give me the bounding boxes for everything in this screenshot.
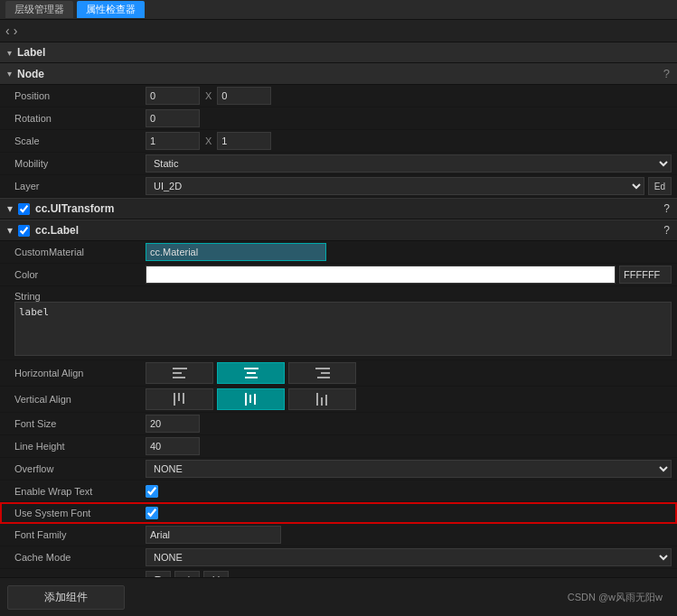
fontsize-value	[140, 415, 677, 433]
scale-row: Scale X	[0, 130, 677, 153]
svg-rect-4	[247, 372, 256, 374]
systemfont-row: Use System Font	[0, 502, 677, 524]
node-section-header[interactable]: ▾ Node ?	[0, 63, 677, 85]
position-row: Position X	[0, 85, 677, 107]
custommaterial-input[interactable]	[146, 243, 326, 261]
node-help-icon[interactable]: ?	[663, 67, 670, 80]
wraptext-checkbox[interactable]	[146, 485, 158, 498]
tab-inspector[interactable]: 属性检查器	[77, 1, 145, 18]
x-label-2: X	[205, 135, 212, 146]
add-component-button[interactable]: 添加组件	[7, 585, 125, 610]
svg-rect-12	[245, 393, 247, 406]
svg-rect-7	[321, 372, 330, 374]
node-title: Node	[17, 68, 44, 80]
scale-x-input[interactable]	[146, 132, 200, 150]
mobility-label: Mobility	[0, 158, 140, 169]
overflow-row: Overflow NONE CLAMP SHRINK RESIZE_HEIGHT	[0, 458, 677, 481]
valign-center-button[interactable]	[217, 388, 285, 410]
systemfont-value	[140, 507, 677, 519]
fontstyle-row: FontStyle B / U	[0, 569, 677, 577]
lineheight-label: Line Height	[0, 441, 140, 452]
cclabel-label: cc.Label	[35, 224, 79, 237]
vertical-align-label: Vertical Align	[0, 394, 140, 405]
color-row: Color FFFFFF	[0, 264, 677, 286]
rotation-label: Rotation	[0, 113, 140, 124]
underline-button[interactable]: U	[203, 571, 229, 577]
fontsize-label: Font Size	[0, 418, 140, 429]
fontsize-input[interactable]	[146, 415, 200, 433]
position-label: Position	[0, 90, 140, 101]
label-section-header[interactable]: ▾ Label	[0, 42, 677, 63]
valign-bottom-button[interactable]	[288, 388, 356, 410]
wraptext-row: Enable Wrap Text	[0, 481, 677, 502]
uitransform-header[interactable]: ▾ cc.UITransform ?	[0, 198, 677, 219]
svg-rect-8	[317, 377, 330, 378]
x-label-1: X	[205, 90, 212, 101]
custommaterial-row: CustomMaterial	[0, 241, 677, 264]
overflow-select[interactable]: NONE CLAMP SHRINK RESIZE_HEIGHT	[146, 460, 672, 478]
cclabel-header[interactable]: ▾ cc.Label ?	[0, 219, 677, 241]
fontfamily-input[interactable]	[146, 526, 281, 544]
svg-rect-14	[254, 394, 256, 405]
position-y-input[interactable]	[217, 87, 271, 105]
systemfont-label: Use System Font	[0, 508, 140, 518]
color-swatch[interactable]	[146, 266, 616, 284]
bold-button[interactable]: B	[146, 571, 171, 577]
horizontal-align-row: Horizontal Align	[0, 360, 677, 387]
uitransform-checkbox[interactable]	[18, 203, 30, 215]
back-arrow[interactable]: ‹	[5, 23, 10, 38]
svg-rect-2	[173, 377, 185, 378]
cachemode-value: NONE BITMAP CHAR	[140, 548, 677, 566]
node-arrow: ▾	[7, 69, 12, 79]
uitransform-help-icon[interactable]: ?	[663, 202, 670, 215]
lineheight-input[interactable]	[146, 437, 200, 455]
cachemode-select[interactable]: NONE BITMAP CHAR	[146, 548, 672, 566]
valign-top-button[interactable]	[146, 388, 213, 410]
halign-right-button[interactable]	[288, 362, 356, 384]
mobility-select[interactable]: Static Dynamic	[146, 154, 672, 173]
string-label: String	[0, 288, 140, 302]
svg-rect-17	[325, 395, 327, 406]
svg-rect-13	[249, 395, 251, 403]
systemfont-checkbox[interactable]	[146, 507, 158, 519]
layer-row: Layer UI_2D DEFAULT Ed	[0, 175, 677, 198]
uitransform-arrow: ▾	[7, 202, 13, 215]
layer-edit-button[interactable]: Ed	[648, 177, 672, 195]
halign-left-button[interactable]	[146, 362, 213, 384]
italic-button[interactable]: /	[174, 571, 200, 577]
wraptext-value	[140, 485, 677, 498]
custommaterial-label: CustomMaterial	[0, 247, 140, 257]
nav-arrows: ‹ ›	[0, 20, 677, 42]
layer-controls: UI_2D DEFAULT Ed	[146, 177, 672, 195]
string-textarea[interactable]: label	[14, 302, 672, 356]
fontstyle-buttons: B / U	[146, 571, 229, 577]
watermark: CSDN @w风雨无阳w	[568, 591, 670, 604]
cclabel-help-icon[interactable]: ?	[663, 224, 670, 237]
svg-rect-3	[244, 368, 259, 369]
forward-arrow[interactable]: ›	[14, 23, 18, 38]
layer-select[interactable]: UI_2D DEFAULT	[146, 177, 644, 195]
halign-center-button[interactable]	[217, 362, 285, 384]
bottom-bar: 添加组件 CSDN @w风雨无阳w	[0, 577, 677, 616]
wraptext-label: Enable Wrap Text	[0, 486, 140, 497]
tab-hierarchy[interactable]: 层级管理器	[5, 1, 73, 18]
svg-rect-0	[173, 368, 187, 369]
lineheight-row: Line Height	[0, 435, 677, 458]
overflow-value: NONE CLAMP SHRINK RESIZE_HEIGHT	[140, 460, 677, 478]
fontfamily-row: Font Family	[0, 524, 677, 546]
scale-y-input[interactable]	[217, 132, 271, 150]
mobility-row: Mobility Static Dynamic	[0, 153, 677, 175]
uitransform-label: cc.UITransform	[35, 202, 114, 215]
horizontal-align-value	[140, 362, 677, 384]
custommaterial-value	[140, 243, 677, 261]
svg-rect-11	[183, 393, 184, 404]
horizontal-align-label: Horizontal Align	[0, 368, 140, 378]
lineheight-value	[140, 437, 677, 455]
top-bar: 层级管理器 属性检查器	[0, 0, 677, 20]
position-x-input[interactable]	[146, 87, 200, 105]
string-row: String label	[0, 286, 677, 360]
inspector-panel: ▾ Label ▾ Node ? Position X Rotation Sca…	[0, 42, 677, 577]
cclabel-checkbox[interactable]	[18, 225, 30, 237]
rotation-input[interactable]	[146, 109, 200, 127]
fontstyle-label: FontStyle	[0, 575, 140, 577]
